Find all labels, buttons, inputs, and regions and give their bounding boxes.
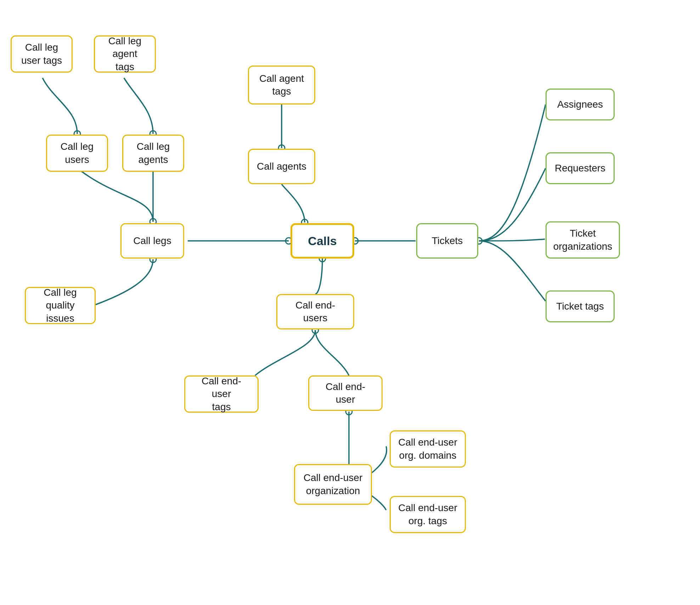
tickets-node: Tickets	[416, 223, 478, 259]
call-agents-node: Call agents	[248, 149, 315, 184]
call-leg-users-node: Call legusers	[46, 135, 108, 172]
call-leg-quality-node: Call legquality issues	[25, 287, 96, 324]
call-legs-node: Call legs	[120, 223, 184, 259]
ticket-tags-node: Ticket tags	[546, 290, 615, 322]
diagram: Calls Call legs Call agents Call agentta…	[0, 0, 700, 605]
call-end-user-org-node: Call end-userorganization	[294, 464, 372, 505]
call-end-user-org-domains-node: Call end-userorg. domains	[390, 430, 466, 468]
call-end-user-node: Call end-user	[308, 375, 383, 411]
requesters-node: Requesters	[546, 152, 615, 184]
call-end-users-node: Call end-users	[276, 294, 354, 329]
call-leg-agents-node: Call legagents	[122, 135, 184, 172]
call-leg-agent-tags-node: Call legagent tags	[94, 35, 156, 73]
call-end-user-org-tags-node: Call end-userorg. tags	[390, 496, 466, 533]
assignees-node: Assignees	[546, 89, 615, 120]
call-agent-tags-node: Call agenttags	[248, 66, 315, 104]
ticket-organizations-node: Ticketorganizations	[546, 221, 620, 259]
calls-node: Calls	[290, 223, 354, 259]
call-end-user-tags-node: Call end-usertags	[184, 375, 259, 413]
call-leg-user-tags-node: Call leguser tags	[11, 35, 73, 73]
